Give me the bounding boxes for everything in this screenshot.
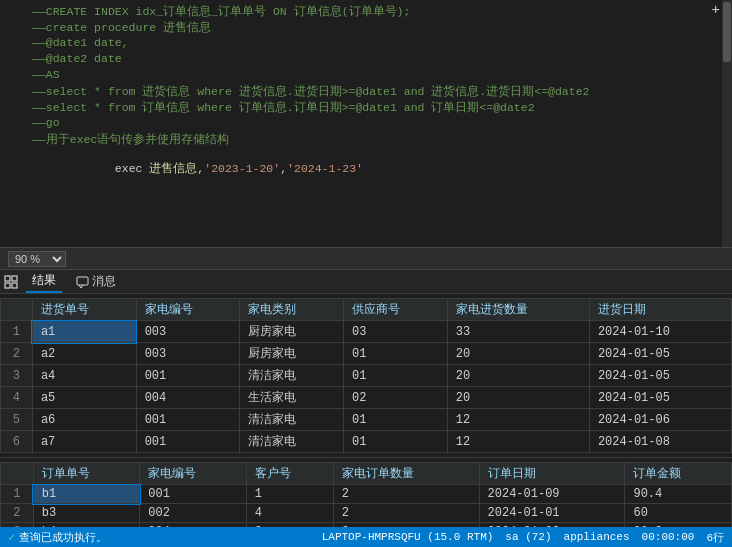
table-row[interactable]: 1 b1 001 1 2 2024-01-09 90.4 xyxy=(1,485,732,504)
table-cell[interactable]: 2 xyxy=(333,504,479,523)
table-cell[interactable]: 2024-01-10 xyxy=(589,321,731,343)
code-line: ——CREATE INDEX idx_订单信息_订单单号 ON 订单信息(订单单… xyxy=(0,4,732,20)
table-cell[interactable]: a6 xyxy=(32,409,136,431)
table-cell[interactable]: 2024-01-05 xyxy=(589,387,731,409)
table-cell[interactable]: 001 xyxy=(140,485,247,504)
table-cell[interactable]: 33 xyxy=(447,321,589,343)
table-cell[interactable]: 20 xyxy=(447,387,589,409)
svg-rect-4 xyxy=(77,277,88,285)
table-row[interactable]: 1 a1 003 厨房家电 03 33 2024-01-10 xyxy=(1,321,732,343)
table-cell[interactable]: 2 xyxy=(333,485,479,504)
code-text: ——select * from 订单信息 where 订单信息.订单日期>=@d… xyxy=(32,100,535,115)
code-text: ——create procedure 进售信息 xyxy=(32,20,211,35)
tab-messages[interactable]: 消息 xyxy=(70,271,122,292)
table-cell[interactable]: b1 xyxy=(33,485,140,504)
table-cell[interactable]: 2024-01-01 xyxy=(479,504,625,523)
table-cell[interactable]: 004 xyxy=(136,387,240,409)
scrollbar-thumb[interactable] xyxy=(723,2,731,62)
table-cell[interactable]: 20 xyxy=(447,365,589,387)
table-cell[interactable]: 2024-01-09 xyxy=(479,485,625,504)
code-line xyxy=(0,189,732,205)
code-text: ——@date1 date, xyxy=(32,36,129,49)
col-header-gongyingshang: 供应商号 xyxy=(344,299,448,321)
col-header-jinhuo-shuliang: 家电进货数量 xyxy=(447,299,589,321)
code-text: exec 进售信息,'2023-1-20','2024-1-23' xyxy=(32,148,363,189)
table-cell[interactable]: 001 xyxy=(136,409,240,431)
svg-rect-2 xyxy=(5,283,10,288)
table-cell[interactable]: 90.4 xyxy=(625,485,732,504)
table-cell[interactable]: 2024-01-08 xyxy=(589,431,731,453)
tab-results-label: 结果 xyxy=(32,272,56,289)
table-cell[interactable]: 厨房家电 xyxy=(240,321,344,343)
row-number: 1 xyxy=(1,485,34,504)
table-cell[interactable]: 003 xyxy=(136,343,240,365)
table-cell[interactable]: 01 xyxy=(344,343,448,365)
code-line: ——select * from 进货信息 where 进货信息.进货日期>=@d… xyxy=(0,84,732,100)
table-cell[interactable]: a5 xyxy=(32,387,136,409)
table-row[interactable]: 2 a2 003 厨房家电 01 20 2024-01-05 xyxy=(1,343,732,365)
table-row[interactable]: 3 a4 001 清洁家电 01 20 2024-01-05 xyxy=(1,365,732,387)
code-line: ——go xyxy=(0,116,732,132)
col-header-jinhuo-danhao: 进货单号 xyxy=(32,299,136,321)
col-header-jiadian-leibie: 家电类别 xyxy=(240,299,344,321)
results-area[interactable]: 进货单号 家电编号 家电类别 供应商号 家电进货数量 进货日期 1 a1 003… xyxy=(0,294,732,527)
status-left: ✓ 查询已成功执行。 xyxy=(8,530,107,545)
code-line: exec 进售信息,'2023-1-20','2024-1-23' xyxy=(0,148,732,189)
code-line xyxy=(0,205,732,221)
result-table-2: 订单单号 家电编号 客户号 家电订单数量 订单日期 订单金额 1 b1 001 … xyxy=(0,462,732,527)
code-text xyxy=(32,189,39,202)
code-text: ——go xyxy=(32,116,60,129)
row-number: 2 xyxy=(1,343,33,365)
col2-header-dingdan-shuliang: 家电订单数量 xyxy=(333,463,479,485)
table-cell[interactable]: 01 xyxy=(344,431,448,453)
table-cell[interactable]: 生活家电 xyxy=(240,387,344,409)
table-cell[interactable]: 20 xyxy=(447,343,589,365)
table-cell[interactable]: a2 xyxy=(32,343,136,365)
table-cell[interactable]: a1 xyxy=(32,321,136,343)
table-cell[interactable]: 01 xyxy=(344,365,448,387)
vertical-scrollbar[interactable] xyxy=(722,0,732,247)
table-cell[interactable]: 001 xyxy=(136,431,240,453)
table-cell[interactable]: 清洁家电 xyxy=(240,409,344,431)
table-cell[interactable]: 60 xyxy=(625,504,732,523)
row-num-header-2 xyxy=(1,463,34,485)
table-cell[interactable]: 2024-01-06 xyxy=(589,409,731,431)
table-cell[interactable]: b3 xyxy=(33,504,140,523)
table-row[interactable]: 4 a5 004 生活家电 02 20 2024-01-05 xyxy=(1,387,732,409)
table-row[interactable]: 5 a6 001 清洁家电 01 12 2024-01-06 xyxy=(1,409,732,431)
table-cell[interactable]: 厨房家电 xyxy=(240,343,344,365)
col2-header-jiadian-bianhao: 家电编号 xyxy=(140,463,247,485)
table-cell[interactable]: 清洁家电 xyxy=(240,365,344,387)
result-table-2-wrap: 订单单号 家电编号 客户号 家电订单数量 订单日期 订单金额 1 b1 001 … xyxy=(0,458,732,527)
table-cell[interactable]: 2024-01-05 xyxy=(589,365,731,387)
table-cell[interactable]: a7 xyxy=(32,431,136,453)
table-cell[interactable]: 003 xyxy=(136,321,240,343)
code-line xyxy=(0,221,732,237)
table-cell[interactable]: 02 xyxy=(344,387,448,409)
zoom-select[interactable]: 90 % 100 % 75 % xyxy=(8,251,66,267)
table-cell[interactable]: a4 xyxy=(32,365,136,387)
row-number: 2 xyxy=(1,504,34,523)
code-text: ——用于exec语句传参并使用存储结构 xyxy=(32,132,229,147)
code-scroll-area[interactable]: ——CREATE INDEX idx_订单信息_订单单号 ON 订单信息(订单单… xyxy=(0,0,732,247)
code-line: ——@date2 date xyxy=(0,52,732,68)
svg-rect-0 xyxy=(5,276,10,281)
table-cell[interactable]: 03 xyxy=(344,321,448,343)
code-text: ——CREATE INDEX idx_订单信息_订单单号 ON 订单信息(订单单… xyxy=(32,4,410,19)
table-cell[interactable]: 2024-01-05 xyxy=(589,343,731,365)
table-cell[interactable]: 001 xyxy=(136,365,240,387)
code-text: ——AS xyxy=(32,68,60,81)
table-cell[interactable]: 4 xyxy=(246,504,333,523)
plus-button[interactable]: + xyxy=(712,2,720,18)
code-editor[interactable]: + ——CREATE INDEX idx_订单信息_订单单号 ON 订单信息(订… xyxy=(0,0,732,248)
table-cell[interactable]: 12 xyxy=(447,409,589,431)
table-cell[interactable]: 01 xyxy=(344,409,448,431)
row-number: 5 xyxy=(1,409,33,431)
table-row[interactable]: 6 a7 001 清洁家电 01 12 2024-01-08 xyxy=(1,431,732,453)
table-cell[interactable]: 1 xyxy=(246,485,333,504)
table-row[interactable]: 2 b3 002 4 2 2024-01-01 60 xyxy=(1,504,732,523)
table-cell[interactable]: 清洁家电 xyxy=(240,431,344,453)
tab-results[interactable]: 结果 xyxy=(26,270,62,293)
table-cell[interactable]: 12 xyxy=(447,431,589,453)
table-cell[interactable]: 002 xyxy=(140,504,247,523)
